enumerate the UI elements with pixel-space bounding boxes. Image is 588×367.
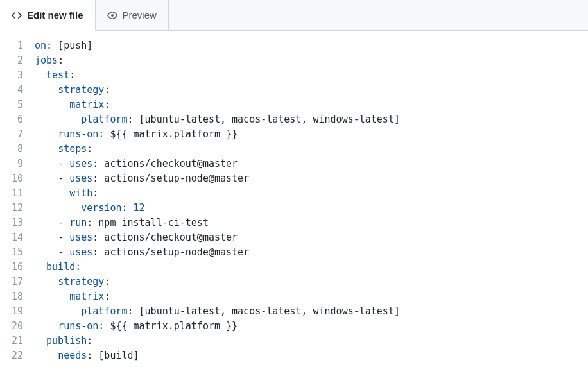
tab-preview[interactable]: Preview	[96, 0, 169, 30]
line-number: 3	[0, 68, 23, 83]
line-number: 22	[0, 348, 23, 363]
line-number: 15	[0, 245, 23, 260]
line-number: 13	[0, 216, 23, 230]
code-line[interactable]: - run: npm install-ci-test	[35, 216, 588, 230]
line-number-gutter: 12345678910111213141516171819202122	[0, 38, 35, 363]
line-number: 19	[0, 304, 23, 319]
code-line[interactable]: on: [push]	[35, 38, 588, 53]
code-content[interactable]: on: [push]jobs: test: strategy: matrix: …	[35, 38, 588, 363]
line-number: 8	[0, 142, 23, 157]
line-number: 20	[0, 319, 23, 334]
code-line[interactable]: - uses: actions/checkout@master	[35, 157, 588, 171]
line-number: 6	[0, 112, 23, 127]
code-line[interactable]: publish:	[35, 334, 588, 348]
code-icon	[12, 10, 22, 21]
code-line[interactable]: matrix:	[35, 98, 588, 112]
code-line[interactable]: platform: [ubuntu-latest, macos-latest, …	[35, 304, 588, 319]
line-number: 9	[0, 157, 23, 171]
code-line[interactable]: runs-on: ${{ matrix.platform }}	[35, 319, 588, 334]
line-number: 4	[0, 83, 23, 98]
line-number: 5	[0, 98, 23, 112]
code-line[interactable]: with:	[35, 186, 588, 201]
eye-icon	[107, 10, 117, 21]
editor-tabs: Edit new file Preview	[0, 0, 588, 31]
code-line[interactable]: jobs:	[35, 53, 588, 68]
tab-preview-label: Preview	[123, 10, 157, 21]
line-number: 21	[0, 334, 23, 348]
line-number: 12	[0, 201, 23, 216]
code-line[interactable]: platform: [ubuntu-latest, macos-latest, …	[35, 112, 588, 127]
line-number: 2	[0, 53, 23, 68]
line-number: 1	[0, 38, 23, 53]
code-line[interactable]: - uses: actions/checkout@master	[35, 230, 588, 245]
code-line[interactable]: test:	[35, 68, 588, 83]
tab-edit-label: Edit new file	[27, 10, 83, 21]
code-line[interactable]: strategy:	[35, 83, 588, 98]
code-line[interactable]: build:	[35, 260, 588, 275]
code-line[interactable]: matrix:	[35, 289, 588, 304]
code-line[interactable]: version: 12	[35, 201, 588, 216]
code-line[interactable]: - uses: actions/setup-node@master	[35, 171, 588, 186]
tab-edit[interactable]: Edit new file	[0, 0, 96, 31]
code-editor[interactable]: 12345678910111213141516171819202122 on: …	[0, 31, 588, 363]
line-number: 10	[0, 171, 23, 186]
code-line[interactable]: needs: [build]	[35, 348, 588, 363]
code-line[interactable]: strategy:	[35, 275, 588, 289]
line-number: 14	[0, 230, 23, 245]
line-number: 7	[0, 127, 23, 142]
code-line[interactable]: steps:	[35, 142, 588, 157]
line-number: 17	[0, 275, 23, 289]
code-line[interactable]: - uses: actions/setup-node@master	[35, 245, 588, 260]
line-number: 11	[0, 186, 23, 201]
line-number: 18	[0, 289, 23, 304]
code-line[interactable]: runs-on: ${{ matrix.platform }}	[35, 127, 588, 142]
line-number: 16	[0, 260, 23, 275]
